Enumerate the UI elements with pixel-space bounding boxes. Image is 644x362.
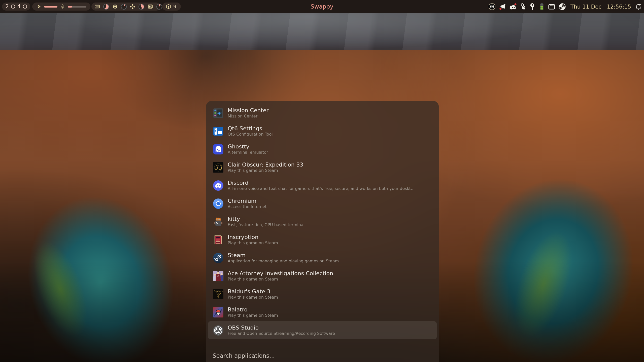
app-item-ghostty[interactable]: Ghostty A terminal emulator — [208, 140, 437, 158]
clock[interactable]: Thu 11 Dec - 12:56:15 — [570, 4, 631, 10]
system-stats[interactable] — [91, 3, 160, 11]
app-name: Discord — [228, 179, 413, 186]
inscryption-icon — [213, 234, 224, 245]
desktop: 2 4 — [0, 0, 644, 362]
memory-usage-pie — [103, 4, 109, 10]
app-name: Mission Center — [228, 107, 269, 114]
memory-icon — [94, 4, 100, 10]
app-description: Play this game on Steam — [228, 240, 278, 246]
app-item-chromium[interactable]: Chromium Access the Internet — [208, 194, 437, 213]
app-item-steam[interactable]: Steam Application for managing and playi… — [208, 249, 437, 267]
mic-slider[interactable] — [68, 6, 86, 8]
app-name: Baldur's Gate 3 — [228, 288, 278, 295]
app-name: kitty — [228, 216, 304, 223]
app-name: Ghostty — [228, 143, 268, 150]
app-description: Qt6 Configuration Tool — [228, 132, 273, 137]
app-name: Chromium — [228, 197, 267, 205]
app-description: Fast, feature-rich, GPU based terminal — [228, 222, 304, 228]
discord-icon — [213, 180, 224, 191]
keyring-icon[interactable] — [529, 3, 536, 10]
speaker-icon — [36, 4, 41, 9]
app-item-inscryption[interactable]: Inscryption Play this game on Steam — [208, 231, 437, 249]
network-icon[interactable] — [548, 3, 556, 11]
app-description: Free and Open Source Streaming/Recording… — [228, 331, 335, 336]
app-item-obs-studio[interactable]: OBS Studio Free and Open Source Streamin… — [208, 321, 437, 339]
workspace-number[interactable]: 2 — [5, 4, 9, 10]
app-item-balatro[interactable]: Balatro Play this game on Steam — [208, 303, 437, 321]
app-item-kitty[interactable]: kitty Fast, feature-rich, GPU based term… — [208, 213, 437, 231]
ace-attorney-icon — [213, 271, 224, 281]
gpu-usage-pie — [139, 4, 144, 10]
app-item-baldurs-gate-3[interactable]: Baldur'sGate Baldur's Gate 3 Play this g… — [208, 285, 437, 303]
app-description: Application for managing and playing gam… — [228, 259, 339, 264]
steam-icon — [213, 253, 224, 263]
workspace-circle-icon[interactable] — [23, 5, 27, 9]
app-item-ace-attorney[interactable]: Ace Attorney Investigations Collection P… — [208, 267, 437, 285]
balatro-icon — [213, 307, 224, 318]
search-bar — [213, 352, 432, 359]
app-name: Steam — [228, 252, 339, 259]
cpu-usage-pie — [121, 4, 127, 10]
mission-center-icon — [213, 108, 224, 118]
app-name: Clair Obscur: Expedition 33 — [228, 161, 303, 168]
kitty-icon — [213, 216, 224, 227]
app-description: A terminal emulator — [228, 150, 268, 155]
app-description: Play this game on Steam — [228, 168, 303, 173]
workspace-circle-icon[interactable] — [11, 5, 15, 9]
audio-controls — [32, 3, 90, 11]
app-list: Mission Center Mission Center Qt6 Settin… — [206, 101, 439, 339]
steelseries-icon[interactable] — [488, 3, 496, 11]
top-bar: 2 4 — [0, 0, 644, 13]
app-description: Play this game on Steam — [228, 295, 278, 300]
workspace-number[interactable]: 4 — [17, 4, 21, 10]
app-name: OBS Studio — [228, 324, 335, 331]
app-name: Ace Attorney Investigations Collection — [228, 270, 333, 277]
telegram-icon[interactable] — [499, 3, 506, 10]
microphone-icon — [60, 4, 65, 9]
keepassxc-icon[interactable] — [520, 3, 526, 10]
qt6-settings-icon — [213, 126, 224, 137]
search-input[interactable] — [213, 352, 432, 359]
workspace-indicator[interactable]: 2 4 — [2, 3, 30, 11]
gpu-fan-icon — [130, 4, 135, 10]
focused-window-title: Swappy — [311, 0, 333, 13]
cpu-icon — [112, 4, 118, 10]
svg-text:33: 33 — [214, 164, 223, 171]
volume-slider[interactable] — [44, 6, 57, 8]
package-box-icon — [166, 4, 171, 9]
svg-text:Gate: Gate — [216, 292, 221, 295]
app-description: Play this game on Steam — [228, 277, 333, 282]
notification-bell-icon[interactable] — [635, 3, 642, 10]
app-launcher: Mission Center Mission Center Qt6 Settin… — [206, 101, 439, 362]
vram-icon — [147, 4, 153, 10]
app-item-qt6-settings[interactable]: Qt6 Settings Qt6 Configuration Tool — [208, 122, 437, 140]
app-description: All-in-one voice and text chat for gamer… — [228, 186, 413, 191]
app-description: Access the Internet — [228, 204, 267, 210]
battery-icon[interactable] — [538, 3, 545, 11]
app-description: Mission Center — [228, 114, 269, 119]
ghostty-icon — [213, 144, 224, 155]
steam-tray-icon[interactable] — [558, 3, 566, 11]
package-updates[interactable]: 9 — [162, 3, 181, 11]
app-name: Qt6 Settings — [228, 125, 273, 132]
chromium-icon — [213, 198, 224, 209]
app-item-mission-center[interactable]: Mission Center Mission Center — [208, 104, 437, 122]
app-description: Play this game on Steam — [228, 313, 278, 318]
baldurs-gate-3-icon: Baldur'sGate — [213, 289, 224, 300]
app-item-clair-obscur[interactable]: 33 Clair Obscur: Expedition 33 Play this… — [208, 158, 437, 176]
vram-usage-pie — [156, 4, 162, 10]
app-item-discord[interactable]: Discord All-in-one voice and text chat f… — [208, 176, 437, 194]
updates-count: 9 — [173, 4, 177, 10]
app-name: Balatro — [228, 306, 278, 313]
system-tray: Thu 11 Dec - 12:56:15 — [488, 0, 642, 13]
clair-obscur-icon: 33 — [213, 162, 224, 173]
discord-tray-icon[interactable] — [509, 3, 517, 11]
app-name: Inscryption — [228, 234, 278, 241]
obs-studio-icon — [213, 325, 224, 336]
